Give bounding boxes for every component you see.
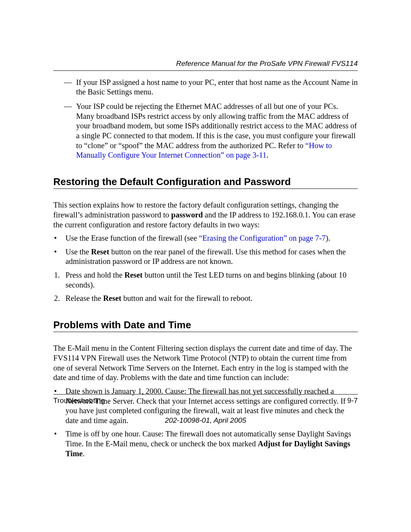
cross-reference-link[interactable]: “Erasing the Configuration” on page 7-7	[199, 234, 326, 242]
text-run: .	[83, 449, 84, 458]
list-item: • Use the Erase function of the firewall…	[53, 233, 358, 243]
text-run: .	[266, 151, 268, 159]
bold-password: password	[171, 211, 203, 219]
em-dash-bullet: —	[53, 102, 76, 160]
em-dash-bullet: —	[53, 78, 76, 97]
section1-bullets: • Use the Erase function of the firewall…	[53, 233, 358, 267]
step-item: 1. Press and hold the Reset button until…	[53, 270, 358, 290]
heading-rule	[53, 189, 358, 189]
document-page: Reference Manual for the ProSafe VPN Fir…	[0, 0, 411, 532]
list-text: Use the Erase function of the firewall (…	[65, 233, 358, 243]
text-run: Release the	[65, 294, 103, 302]
list-item: • Time is off by one hour. Cause: The fi…	[53, 429, 358, 459]
step-number: 1.	[53, 270, 65, 290]
list-text: Use the Reset button on the rear panel o…	[65, 247, 358, 267]
heading-rule	[53, 332, 358, 332]
page-footer: Troubleshooting 9-7 202-10098-01, April …	[53, 394, 358, 425]
running-header: Reference Manual for the ProSafe VPN Fir…	[53, 59, 358, 68]
sublist-item: — Your ISP could be rejecting the Ethern…	[53, 102, 358, 160]
section-heading-restore: Restoring the Default Configuration and …	[53, 176, 358, 188]
section1-steps: 1. Press and hold the Reset button until…	[53, 270, 358, 304]
footer-section-label: Troubleshooting	[53, 396, 105, 405]
step-item: 2. Release the Reset button and wait for…	[53, 294, 358, 304]
footer-rule	[53, 394, 358, 395]
footer-doc-id: 202-10098-01, April 2005	[53, 416, 358, 425]
text-run: Press and hold the	[65, 271, 124, 279]
footer-row: Troubleshooting 9-7	[53, 396, 358, 405]
text-run: ).	[326, 234, 330, 242]
text-run: Use the Erase function of the firewall (…	[65, 234, 199, 242]
list-text: Time is off by one hour. Cause: The fire…	[65, 429, 358, 459]
sublist-item: — If your ISP assigned a host name to yo…	[53, 78, 358, 97]
section2-intro: The E-Mail menu in the Content Filtering…	[53, 343, 358, 383]
bold-reset: Reset	[124, 271, 143, 279]
continued-sublist: — If your ISP assigned a host name to yo…	[53, 78, 358, 160]
sublist-text: Your ISP could be rejecting the Ethernet…	[76, 102, 358, 160]
bold-reset: Reset	[91, 248, 109, 256]
sublist-text: If your ISP assigned a host name to your…	[76, 78, 358, 97]
step-text: Press and hold the Reset button until th…	[65, 270, 358, 290]
step-number: 2.	[53, 294, 65, 304]
section-heading-datetime: Problems with Date and Time	[53, 319, 358, 331]
footer-page-number: 9-7	[347, 396, 358, 405]
text-run: button and wait for the firewall to rebo…	[121, 294, 252, 302]
bullet-dot-icon: •	[53, 429, 65, 459]
header-rule	[53, 70, 358, 71]
list-item: • Use the Reset button on the rear panel…	[53, 247, 358, 267]
step-text: Release the Reset button and wait for th…	[65, 294, 358, 304]
text-run: Use the	[65, 248, 91, 256]
section1-intro: This section explains how to restore the…	[53, 200, 358, 230]
bullet-dot-icon: •	[53, 247, 65, 267]
bullet-dot-icon: •	[53, 233, 65, 243]
bold-reset: Reset	[103, 294, 121, 302]
